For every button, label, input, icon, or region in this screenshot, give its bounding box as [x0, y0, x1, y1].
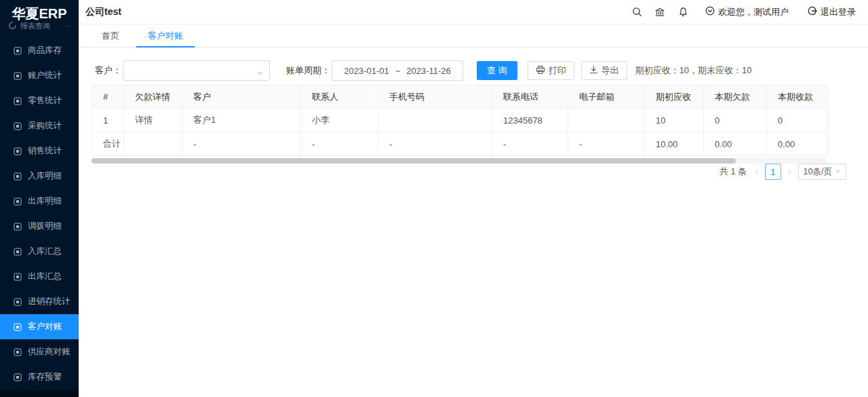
column-header: 联系电话 [492, 86, 568, 109]
square-icon [14, 223, 22, 231]
cell-mobile [378, 109, 492, 132]
column-header: 电子邮箱 [568, 86, 645, 109]
query-button[interactable]: 查 询 [477, 61, 517, 80]
cell-phone: 12345678 [492, 109, 568, 132]
sidebar-item-customer-reconciliation[interactable]: 客户对账 [0, 314, 79, 339]
sidebar-item-account-stats[interactable]: 账户统计 [0, 63, 79, 88]
bell-icon[interactable] [671, 0, 694, 24]
column-header: 手机号码 [378, 86, 492, 109]
cell-contact: 小李 [301, 109, 378, 132]
sidebar-item-retail-stats[interactable]: 零售统计 [0, 88, 79, 113]
sidebar-item-supplier-reconciliation[interactable]: 供应商对账 [0, 339, 79, 364]
reconciliation-table: # 欠款详情 客户 联系人 手机号码 联系电话 电子邮箱 期初应收 本期欠款 本… [92, 85, 828, 156]
cell-total: 0.00 [767, 132, 828, 156]
cell-total-label: 合计 [92, 132, 124, 156]
sidebar-item-inventory-stats[interactable]: 进销存统计 [0, 289, 79, 314]
sidebar-item-inbound-detail[interactable]: 入库明细 [0, 164, 79, 189]
date-start-value[interactable]: 2023-01-01 [344, 66, 389, 76]
main-area: 公司test 欢迎您，测试用户 [79, 0, 868, 397]
down-circle-icon [705, 6, 715, 18]
sidebar: 华夏ERP 报表查询 ·· 商品库存 账户统计 零售统计 采购统计 销售统计 入… [0, 0, 79, 397]
cell-total [124, 132, 182, 156]
square-icon [14, 47, 22, 55]
period-label: 账单周期： [286, 64, 330, 77]
square-icon [14, 147, 22, 155]
sidebar-item-inbound-summary[interactable]: 入库汇总 [0, 239, 79, 264]
horizontal-scrollbar-track[interactable] [92, 158, 827, 164]
detail-link[interactable]: 详情 [135, 115, 153, 125]
table-header-row: # 欠款详情 客户 联系人 手机号码 联系电话 电子邮箱 期初应收 本期欠款 本… [92, 86, 828, 109]
ellipsis-icon: ·· [66, 22, 72, 30]
cell-email [568, 109, 645, 132]
customer-label: 客户： [95, 64, 121, 77]
square-icon [14, 323, 22, 331]
chevron-down-icon [835, 167, 841, 176]
sidebar-item-goods-stock[interactable]: 商品库存 [0, 38, 79, 63]
cell-total: 10.00 [645, 132, 704, 156]
user-menu[interactable]: 欢迎您，测试用户 [705, 6, 789, 18]
cell-debt-detail: 详情 [124, 109, 182, 132]
tab-bar: 首页 客户对账 [79, 24, 868, 48]
column-header: 本期欠款 [704, 86, 767, 109]
filter-row: 客户： 账单周期： 2023-01-01 ~ 2023-11-26 查 询 [95, 60, 868, 81]
logout-icon [808, 6, 817, 18]
date-range-picker[interactable]: 2023-01-01 ~ 2023-11-26 [332, 60, 463, 81]
sidebar-group-report-query[interactable]: 报表查询 ·· [0, 19, 79, 33]
square-icon [14, 172, 22, 181]
customer-select[interactable] [123, 60, 270, 81]
cell-begin-receivable: 10 [645, 109, 704, 132]
date-end-value[interactable]: 2023-11-26 [406, 66, 451, 76]
column-header: 期初应收 [645, 86, 704, 109]
sidebar-item-outbound-summary[interactable]: 出库汇总 [0, 264, 79, 289]
square-icon [14, 373, 22, 381]
bank-icon[interactable] [648, 0, 671, 24]
column-header: 联系人 [301, 86, 378, 109]
square-icon [14, 348, 22, 356]
sidebar-item-sales-stats[interactable]: 销售统计 [0, 138, 79, 164]
square-icon [14, 298, 22, 306]
sidebar-item-stock-warning[interactable]: 库存预警 [0, 364, 79, 390]
logout-button[interactable]: 退出登录 [808, 6, 856, 18]
table-total-row: 合计 - - - - - 10.00 0.00 0.00 [92, 132, 828, 156]
square-icon [14, 122, 22, 130]
square-icon [14, 72, 22, 80]
next-page-button[interactable]: › [787, 166, 793, 177]
date-separator: ~ [395, 66, 401, 76]
erp-app: 华夏ERP 报表查询 ·· 商品库存 账户统计 零售统计 采购统计 销售统计 入… [0, 0, 868, 397]
column-header: # [92, 86, 124, 109]
prev-page-button[interactable]: ‹ [753, 166, 760, 177]
print-button[interactable]: 打印 [528, 61, 574, 80]
column-header: 本期收款 [767, 86, 828, 109]
page-content: 客户： 账单周期： 2023-01-01 ~ 2023-11-26 查 询 [79, 48, 868, 397]
welcome-text: 欢迎您，测试用户 [718, 6, 789, 18]
logout-text: 退出登录 [821, 6, 856, 18]
chevron-down-icon [256, 67, 263, 79]
cell-total: - [182, 132, 301, 156]
cell-total: - [568, 132, 645, 156]
topbar: 公司test 欢迎您，测试用户 [79, 0, 868, 24]
search-icon[interactable] [625, 0, 648, 24]
cell-total: - [301, 132, 378, 156]
sidebar-item-purchase-stats[interactable]: 采购统计 [0, 113, 79, 138]
page-size-select[interactable]: 10条/页 [798, 164, 846, 180]
pagination-total: 共 1 条 [719, 166, 747, 178]
cell-total: - [378, 132, 492, 156]
column-header: 客户 [182, 86, 301, 109]
cell-period-debt: 0 [704, 109, 767, 132]
page-size-value: 10条/页 [804, 166, 832, 178]
sidebar-item-transfer-detail[interactable]: 调拨明细 [0, 214, 79, 239]
cell-total: - [492, 132, 568, 156]
horizontal-scrollbar-thumb[interactable] [92, 158, 736, 164]
sidebar-item-outbound-detail[interactable]: 出库明细 [0, 189, 79, 214]
tab-customer-reconciliation[interactable]: 客户对账 [136, 24, 195, 47]
tab-home[interactable]: 首页 [90, 24, 131, 47]
cell-index: 1 [92, 109, 124, 132]
pagination: 共 1 条 ‹ 1 › 10条/页 [719, 163, 846, 181]
page-number-button[interactable]: 1 [765, 164, 781, 180]
printer-icon [536, 65, 545, 77]
cell-total: 0.00 [704, 132, 767, 156]
square-icon [14, 197, 22, 206]
export-button[interactable]: 导出 [581, 61, 627, 80]
square-icon [14, 248, 22, 256]
sidebar-menu: 商品库存 账户统计 零售统计 采购统计 销售统计 入库明细 出库明细 调拨明细 … [0, 38, 79, 390]
